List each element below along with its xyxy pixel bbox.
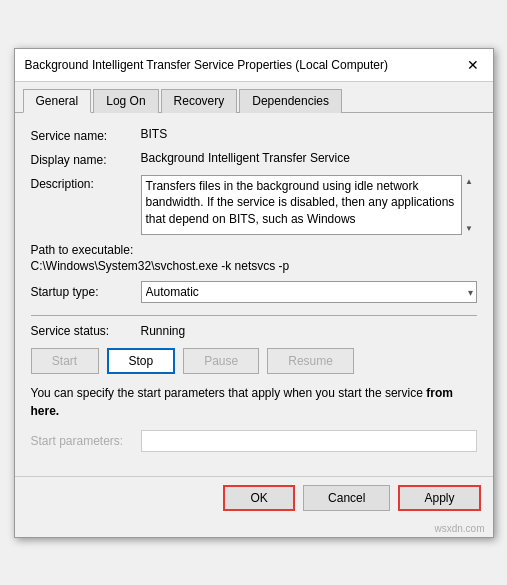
startup-label: Startup type: (31, 285, 141, 299)
description-scrollbar[interactable]: ▲ ▼ (461, 175, 477, 235)
description-box[interactable]: Transfers files in the background using … (141, 175, 477, 235)
tab-logon[interactable]: Log On (93, 89, 158, 113)
tab-bar: General Log On Recovery Dependencies (15, 82, 493, 113)
properties-dialog: Background Intelligent Transfer Service … (14, 48, 494, 538)
scroll-up-icon[interactable]: ▲ (463, 175, 475, 188)
status-row: Service status: Running (31, 324, 477, 338)
footer: OK Cancel Apply (15, 476, 493, 519)
ok-button[interactable]: OK (223, 485, 295, 511)
display-name-label: Display name: (31, 151, 141, 167)
service-name-value: BITS (141, 127, 477, 141)
tab-content: Service name: BITS Display name: Backgro… (15, 113, 493, 476)
pause-button[interactable]: Pause (183, 348, 259, 374)
start-params-input[interactable] (141, 430, 477, 452)
startup-select[interactable]: Automatic Automatic (Delayed Start) Manu… (141, 281, 477, 303)
description-row: Description: Transfers files in the back… (31, 175, 477, 235)
startup-row: Startup type: Automatic Automatic (Delay… (31, 281, 477, 303)
status-label: Service status: (31, 324, 141, 338)
note-text-start: You can specify the start parameters tha… (31, 386, 427, 400)
startup-select-wrapper: Automatic Automatic (Delayed Start) Manu… (141, 281, 477, 303)
divider (31, 315, 477, 316)
service-name-row: Service name: BITS (31, 127, 477, 143)
resume-button[interactable]: Resume (267, 348, 354, 374)
path-label: Path to executable: (31, 243, 477, 257)
close-button[interactable]: ✕ (463, 57, 483, 73)
service-control-buttons: Start Stop Pause Resume (31, 348, 477, 374)
description-text: Transfers files in the background using … (146, 178, 472, 228)
start-button[interactable]: Start (31, 348, 99, 374)
tab-dependencies[interactable]: Dependencies (239, 89, 342, 113)
note-text: You can specify the start parameters tha… (31, 384, 477, 420)
stop-button[interactable]: Stop (107, 348, 176, 374)
start-params-row: Start parameters: (31, 430, 477, 452)
window-title: Background Intelligent Transfer Service … (25, 58, 389, 72)
watermark: wsxdn.com (434, 523, 484, 534)
scroll-down-icon[interactable]: ▼ (463, 222, 475, 235)
tab-recovery[interactable]: Recovery (161, 89, 238, 113)
service-name-label: Service name: (31, 127, 141, 143)
description-label: Description: (31, 175, 141, 191)
cancel-button[interactable]: Cancel (303, 485, 390, 511)
path-row: Path to executable: C:\Windows\System32\… (31, 243, 477, 273)
apply-button[interactable]: Apply (398, 485, 480, 511)
tab-general[interactable]: General (23, 89, 92, 113)
title-bar: Background Intelligent Transfer Service … (15, 49, 493, 82)
display-name-value: Background Intelligent Transfer Service (141, 151, 477, 165)
start-params-label: Start parameters: (31, 434, 141, 448)
path-value: C:\Windows\System32\svchost.exe -k netsv… (31, 259, 477, 273)
status-value: Running (141, 324, 186, 338)
display-name-row: Display name: Background Intelligent Tra… (31, 151, 477, 167)
